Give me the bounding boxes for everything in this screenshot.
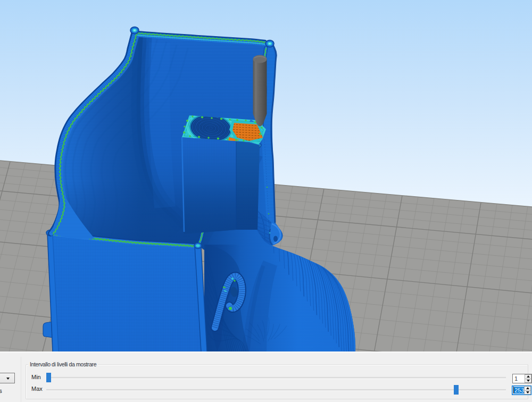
max-spin-up-button[interactable] <box>524 386 531 391</box>
preview-viewport[interactable] <box>0 0 532 351</box>
min-layer-slider[interactable] <box>46 373 506 382</box>
dropdown-arrow-icon <box>6 378 10 380</box>
truncated-side-label: s <box>0 388 2 394</box>
up-arrow-icon <box>526 387 529 389</box>
min-spin-up-button[interactable] <box>525 374 531 379</box>
max-slider-track[interactable] <box>46 389 506 391</box>
gray-pin-cylinder <box>253 55 267 127</box>
up-arrow-icon <box>527 375 530 378</box>
max-layer-slider[interactable] <box>46 385 506 395</box>
min-slider-track[interactable] <box>46 377 506 379</box>
max-label: Max <box>31 386 43 392</box>
front-box <box>43 230 207 352</box>
max-slider-thumb[interactable] <box>454 385 459 395</box>
down-arrow-icon <box>527 380 530 382</box>
inner-platform <box>181 107 266 234</box>
preview-3d-scene[interactable] <box>0 0 532 351</box>
layer-range-panel: s Intervallo di livelli da mostrare Min … <box>0 351 532 402</box>
min-spin-down-button[interactable] <box>525 379 531 383</box>
panel-separator <box>21 357 21 402</box>
min-slider-thumb[interactable] <box>46 373 51 382</box>
left-combobox[interactable] <box>0 373 15 383</box>
down-arrow-icon <box>526 391 529 393</box>
max-value[interactable]: 253 <box>514 387 525 393</box>
layer-range-groupbox: Intervallo di livelli da mostrare Min 1 … <box>26 364 528 399</box>
groupbox-title: Intervallo di livelli da mostrare <box>28 361 98 368</box>
min-value[interactable]: 1 <box>514 375 518 382</box>
max-layer-spinner[interactable]: 253 <box>512 386 531 395</box>
min-layer-spinner[interactable]: 1 <box>512 374 532 383</box>
max-spin-down-button[interactable] <box>524 391 531 395</box>
min-label: Min <box>31 374 41 380</box>
